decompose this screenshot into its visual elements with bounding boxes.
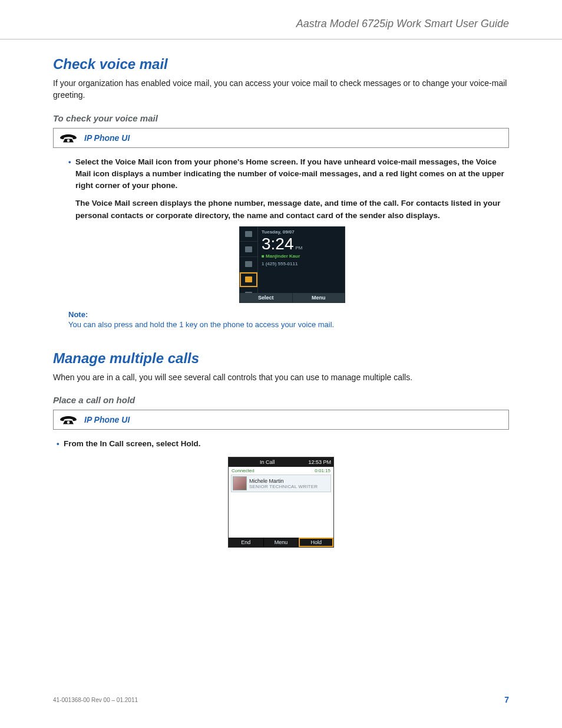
softkey-hold: Hold [299,538,333,547]
txt-bold: Home [246,157,269,166]
section1-sub: To check your voice mail [53,113,509,123]
footer-rev: 41-001368-00 Rev 00 – 01.2011 [53,697,138,703]
voicemail-icon [240,272,257,288]
ip-phone-ui-box-2: IP Phone UI [53,410,509,430]
ip-phone-ui-label: IP Phone UI [84,415,130,424]
phone-home-screenshot: Tuesday, 09/07 3:24PM ■ Manjinder Kaur 1… [239,226,345,303]
incall-status: Connected [232,468,254,473]
txt: screen, select [124,439,181,448]
txt: Select the [75,157,115,166]
hold-instruction: From the In Call screen, select Hold. [57,438,509,450]
softkey-menu: Menu [264,538,299,547]
ip-phone-ui-box-1: IP Phone UI [53,128,509,148]
txt-bold: In Call [100,439,124,448]
page-number: 7 [504,695,509,704]
softkey-menu: Menu [293,293,345,302]
incall-clock: 12:53 PM [306,459,333,465]
phone-incall-screenshot: In Call 12:53 PM Connected 0:01:15 Miche… [228,457,334,548]
caller-name: Michele Martin [249,478,318,484]
caller-card: Michele Martin SENIOR TECHNICAL WRITER [231,475,331,492]
txt: From the [64,439,100,448]
home-presence-name: ■ Manjinder Kaur [258,252,345,261]
svg-point-1 [67,421,70,424]
section-heading-multicall: Manage multiple calls [53,350,509,367]
incall-timer: 0:01:15 [315,468,330,473]
section-heading-voicemail: Check voice mail [53,56,509,73]
caller-role: SENIOR TECHNICAL WRITER [249,484,318,489]
home-time: 3:24PM [258,236,345,252]
txt-bold: Voice Mail [115,157,154,166]
phone-icon [59,414,77,426]
incall-title: In Call [229,459,306,465]
sidebar-icon [240,257,257,272]
txt: icon from your phone's [154,157,246,166]
softkey-select: Select [240,293,293,302]
section1-intro: If your organization has enabled voice m… [53,77,509,101]
note-label: Note: [68,310,509,319]
txt-bold: Hold [181,439,199,448]
header-rule [0,39,562,39]
vm-instruction-p2: The Voice Mail screen displays the phone… [75,197,509,222]
phone-icon [59,132,77,144]
ip-phone-ui-label: IP Phone UI [84,133,130,143]
guide-title: Aastra Model 6725ip Work Smart User Guid… [53,18,509,35]
avatar [233,476,247,490]
sidebar-icon [240,242,257,257]
vm-instruction: Select the Voice Mail icon from your pho… [68,156,509,303]
time-pm: PM [296,245,303,251]
section2-intro: When you are in a call, you will see sev… [53,371,509,383]
txt: . [199,439,201,448]
section2-sub: Place a call on hold [53,395,509,405]
note-text: You can also press and hold the 1 key on… [68,320,509,329]
softkey-end: End [229,538,264,547]
sidebar-icon [240,227,257,242]
svg-point-0 [67,139,70,142]
home-number: 1 (425) 555-0111 [258,261,345,268]
time-val: 3:24 [262,235,294,253]
presence-name: Manjinder Kaur [266,253,300,259]
